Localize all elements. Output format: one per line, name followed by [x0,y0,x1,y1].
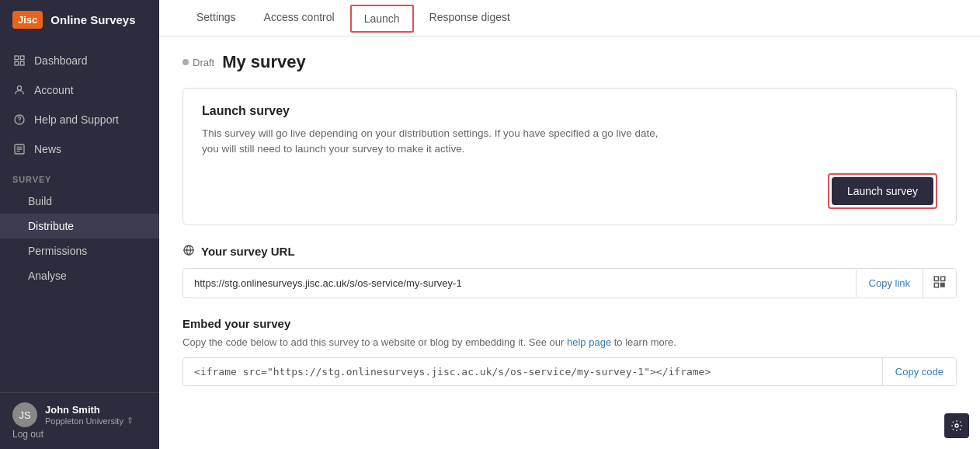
embed-code-display: <iframe src="https://stg.onlinesurveys.j… [183,358,882,385]
sidebar-sub-label-build: Build [28,195,52,207]
sidebar-logo[interactable]: Jisc Online Surveys [0,0,159,40]
sidebar-item-account[interactable]: Account [0,75,159,105]
page-title: My survey [222,52,306,72]
svg-rect-0 [15,56,19,60]
svg-point-11 [955,424,958,427]
app-name: Online Surveys [50,13,135,26]
sidebar-item-label-dashboard: Dashboard [34,54,88,67]
url-slug: my-survey-1 [406,277,462,289]
embed-title: Embed your survey [182,317,957,330]
svg-point-4 [17,86,21,90]
launch-card-actions: Launch survey [202,173,937,209]
account-icon [12,83,26,97]
page-body: Draft My survey Launch survey This surve… [159,37,980,402]
launch-card-title: Launch survey [202,104,937,118]
logout-button[interactable]: Log out [12,429,147,440]
sidebar-footer: JS John Smith Poppleton University ⇧ Log… [0,392,159,449]
sidebar-item-label-news: News [34,143,61,155]
launch-card: Launch survey This survey will go live d… [182,88,957,225]
news-icon [12,142,26,156]
url-display: https://stg.onlinesurveys.jisc.ac.uk/s/o… [183,270,856,297]
sidebar-item-analyse[interactable]: Analyse [0,263,159,288]
sidebar-item-dashboard[interactable]: Dashboard [0,46,159,75]
launch-btn-wrapper: Launch survey [828,173,937,209]
sidebar-item-news[interactable]: News [0,134,159,164]
svg-rect-2 [15,61,19,65]
globe-icon [182,244,195,259]
url-row: https://stg.onlinesurveys.jisc.ac.uk/s/o… [182,268,957,298]
draft-dot [182,59,189,65]
user-org: Poppleton University ⇧ [45,416,147,426]
sidebar: Jisc Online Surveys Dashboard Account He… [0,0,159,449]
launch-survey-button[interactable]: Launch survey [832,177,933,205]
svg-rect-3 [20,61,24,65]
svg-rect-9 [941,277,945,280]
tab-launch[interactable]: Launch [350,5,414,33]
embed-code-row: <iframe src="https://stg.onlinesurveys.j… [182,357,957,386]
embed-description: Copy the code below to add this survey t… [182,336,957,348]
svg-rect-1 [20,56,24,60]
sidebar-item-label-account: Account [34,84,74,96]
sidebar-item-help-support[interactable]: Help and Support [0,105,159,134]
tab-access-control[interactable]: Access control [250,0,349,36]
launch-card-description: This survey will go live depending on yo… [202,126,668,158]
sidebar-sub-label-permissions: Permissions [28,245,87,257]
dashboard-icon [12,54,26,68]
tab-response-digest[interactable]: Response digest [415,0,524,36]
sidebar-sub-label-distribute: Distribute [28,220,74,232]
help-icon [12,113,26,127]
sidebar-item-label-help-support: Help and Support [34,113,119,126]
url-section-title: Your survey URL [182,244,957,259]
sidebar-item-permissions[interactable]: Permissions [0,238,159,263]
svg-rect-10 [934,283,938,287]
user-profile: JS John Smith Poppleton University ⇧ [12,402,147,427]
chevron-icon: ⇧ [127,416,134,426]
copy-link-button[interactable]: Copy link [856,270,923,297]
sidebar-item-build[interactable]: Build [0,189,159,214]
settings-corner-button[interactable] [944,413,969,438]
sidebar-nav: Dashboard Account Help and Support News … [0,40,159,392]
jisc-logo: Jisc [12,11,43,29]
survey-section-label: SURVEY [0,164,159,189]
page-header: Draft My survey [182,52,957,72]
copy-code-button[interactable]: Copy code [882,358,956,385]
tab-bar: Settings Access control Launch Response … [159,0,980,37]
user-name: John Smith [45,404,147,416]
svg-rect-8 [934,277,938,280]
sidebar-item-distribute[interactable]: Distribute [0,214,159,238]
avatar: JS [12,402,37,427]
draft-badge: Draft [182,57,214,68]
main-content: Settings Access control Launch Response … [159,0,980,449]
qr-code-button[interactable] [923,269,956,298]
sidebar-sub-label-analyse: Analyse [28,270,67,282]
user-info: John Smith Poppleton University ⇧ [45,404,147,426]
tab-settings[interactable]: Settings [182,0,250,36]
draft-label: Draft [193,57,214,68]
help-page-link[interactable]: help page [567,336,611,348]
embed-section: Embed your survey Copy the code below to… [182,317,957,386]
